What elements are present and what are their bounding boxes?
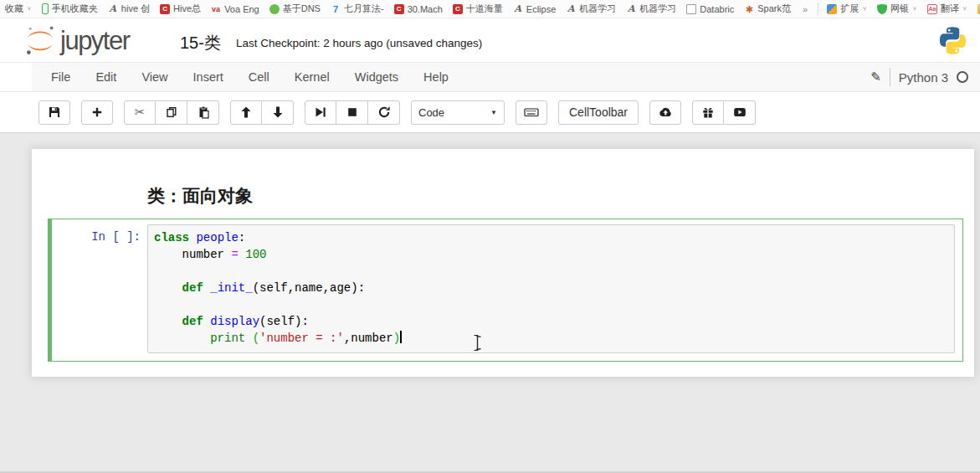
bookmark-item[interactable]: ✱Spark范 (739, 0, 796, 18)
divider (890, 68, 890, 86)
jupyter-logo-text: jupyter (60, 25, 130, 57)
add-cell-button[interactable] (81, 100, 113, 125)
cell-type-dropdown[interactable]: Code ▼ (411, 100, 505, 125)
bookmark-label: Databric (700, 4, 734, 14)
interrupt-kernel-button[interactable] (336, 100, 368, 125)
bookmark-label: hive 创 (121, 3, 150, 15)
restart-kernel-button[interactable] (368, 100, 400, 125)
edit-mode-pencil-icon: ✎ (870, 69, 881, 85)
code-line: print ('number = :',number) (154, 330, 954, 347)
bookmark-item[interactable]: CHive总 (155, 0, 206, 18)
move-down-icon (271, 105, 285, 119)
bookmark-item[interactable]: Aa翻译∨ (922, 0, 972, 18)
code-token (245, 332, 252, 345)
chevron-down-icon: ▼ (490, 109, 497, 116)
bookmark-item[interactable]: Ahive 创 (103, 0, 155, 18)
code-line: class people: (154, 229, 954, 246)
menu-item-help[interactable]: Help (411, 64, 461, 90)
celltoolbar-label: CellToolbar (569, 105, 628, 119)
save-button[interactable] (38, 100, 70, 125)
move-up-icon (239, 105, 253, 119)
code-token (203, 315, 210, 328)
bookmark-item[interactable]: 7七月算法- (326, 0, 389, 18)
browser-bookmarks-bar: 收藏∨手机收藏夹Ahive 创CHive总vaVoa Eng基于DNS7七月算法… (0, 0, 980, 18)
run-cell-button[interactable] (305, 100, 336, 125)
bookmark-item[interactable]: A机器学习 (621, 0, 681, 18)
nbextension-gift-button[interactable] (692, 100, 724, 125)
code-token (154, 315, 182, 328)
code-token: display (210, 315, 259, 328)
bookmark-item[interactable]: 收藏∨ (0, 0, 37, 18)
bookmark-label: 基于DNS (283, 3, 321, 15)
menu-item-kernel[interactable]: Kernel (282, 64, 342, 90)
publish-gist-button[interactable] (649, 100, 681, 125)
phone-favicon-icon (42, 3, 49, 14)
code-token: ) (393, 332, 400, 345)
chevron-down-icon: ∨ (912, 6, 917, 12)
kernel-name: Python 3 (899, 70, 948, 85)
menu-bar: FileEditViewInsertCellKernelWidgetsHelp … (0, 62, 980, 92)
csdn-favicon-icon: C (394, 4, 404, 14)
bookmark-item[interactable]: 手机收藏夹 (37, 0, 103, 18)
bookmark-item[interactable]: 扩展∨ (822, 0, 872, 18)
jupyter-logo-icon (23, 23, 57, 57)
chevron-down-icon: ∨ (862, 6, 867, 12)
bookmark-item[interactable]: C十道海量 (448, 0, 508, 18)
code-editor[interactable]: class people: number = 100 def _init_(se… (147, 224, 955, 353)
celltoolbar-button[interactable]: CellToolbar (558, 100, 639, 125)
code-token: ,number (344, 332, 393, 345)
menu-items: FileEditViewInsertCellKernelWidgetsHelp (38, 64, 461, 90)
notebook-title[interactable]: 15-类 (180, 32, 221, 54)
bookmark-label: Voa Eng (224, 4, 259, 14)
extensions-list: 扩展∨网银∨Aa翻译∨截图∨游 (822, 0, 980, 18)
bookmark-label: 收藏 (5, 3, 23, 15)
kernel-idle-indicator-icon (957, 71, 968, 83)
copy-cell-button[interactable] (156, 100, 187, 125)
move-cell-down-button[interactable] (262, 100, 294, 125)
menu-item-insert[interactable]: Insert (181, 64, 236, 90)
menu-item-edit[interactable]: Edit (83, 64, 129, 90)
add-cell-icon (90, 105, 104, 119)
menu-item-file[interactable]: File (38, 64, 83, 90)
bookmark-label: 机器学习 (579, 3, 616, 15)
bookmark-item[interactable]: Databric (681, 0, 739, 18)
chevron-down-icon: ∨ (27, 6, 32, 12)
bookmark-item[interactable]: AEclipse (508, 0, 561, 18)
save-icon (48, 105, 61, 119)
bookmark-item[interactable]: A机器学习 (561, 0, 621, 18)
ask-favicon-icon: A (108, 4, 118, 14)
markdown-heading-cell[interactable]: 类：面向对象 (147, 184, 253, 208)
bookmarks-list: 收藏∨手机收藏夹Ahive 创CHive总vaVoa Eng基于DNS7七月算法… (0, 0, 796, 18)
bookmark-item[interactable]: 网银∨ (872, 0, 922, 18)
ask-favicon-icon: A (626, 4, 636, 14)
jupyter-logo[interactable]: jupyter (23, 23, 130, 57)
bookmark-item[interactable]: 截图∨ (972, 0, 980, 18)
cut-cell-button[interactable]: ✂ (124, 100, 156, 125)
bookmark-item[interactable]: 基于DNS (264, 0, 326, 18)
bookmarks-overflow-chevron[interactable]: » (796, 4, 814, 14)
csdn-favicon-icon: C (160, 4, 170, 14)
chevron-down-icon: ∨ (962, 6, 967, 12)
cloud-upload-icon (658, 105, 673, 119)
bookmark-label: 30.Mach (408, 4, 443, 14)
cut-icon: ✂ (135, 105, 146, 120)
bookmark-item[interactable]: vaVoa Eng (206, 0, 264, 18)
browser-extensions-area: 扩展∨网银∨Aa翻译∨截图∨游 (814, 0, 980, 18)
selected-code-cell[interactable]: In [ ]: class people: number = 100 def _… (48, 219, 963, 362)
menu-item-widgets[interactable]: Widgets (342, 64, 411, 90)
nbextension-video-button[interactable] (724, 100, 756, 125)
checkpoint-status: Last Checkpoint: 2 hours ago (unsaved ch… (236, 37, 482, 49)
keyboard-icon (524, 105, 539, 119)
run-icon (314, 105, 327, 119)
code-token: ( (253, 332, 259, 345)
code-token: print (210, 332, 245, 345)
bookmark-item[interactable]: C30.Mach (389, 0, 448, 18)
bookmark-label: 网银 (890, 3, 909, 15)
menu-item-view[interactable]: View (129, 64, 180, 90)
bookmark-label: 手机收藏夹 (52, 3, 98, 15)
move-cell-up-button[interactable] (230, 100, 262, 125)
menu-item-cell[interactable]: Cell (236, 64, 282, 90)
paste-cell-button[interactable] (187, 100, 219, 125)
code-token (154, 281, 182, 295)
command-palette-button[interactable] (516, 100, 547, 125)
